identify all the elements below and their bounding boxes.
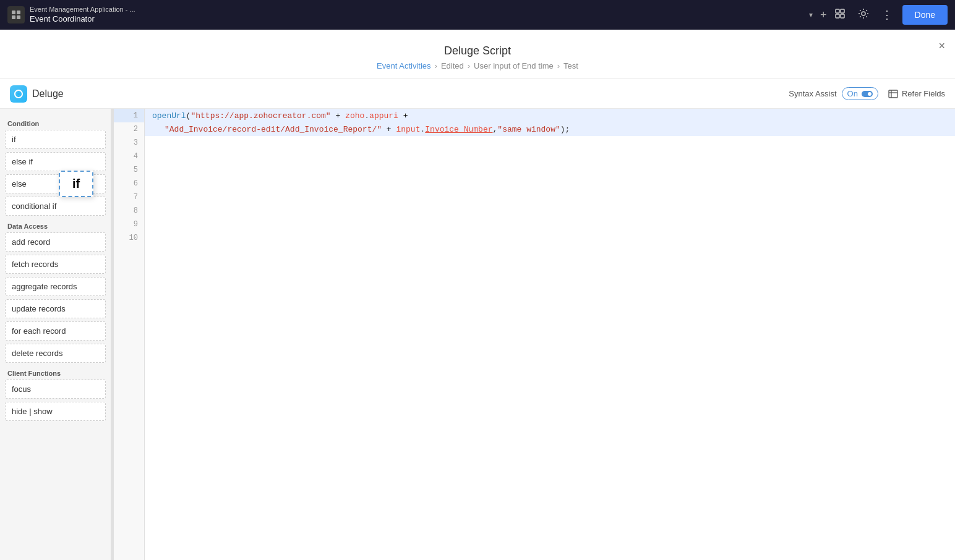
- topbar-actions: ⋮ Done: [832, 5, 948, 25]
- more-options-icon[interactable]: ⋮: [879, 6, 895, 24]
- line-number-10: 10: [114, 231, 144, 245]
- line-number-6: 6: [114, 177, 144, 190]
- toggle-on-label: On: [847, 89, 858, 98]
- svg-rect-6: [836, 14, 839, 18]
- line-number-4: 4: [114, 150, 144, 163]
- code-line-7: [145, 190, 955, 204]
- line-number-5: 5: [114, 163, 144, 177]
- code-line-3: [145, 136, 955, 150]
- syntax-assist-label: Syntax Assist: [789, 89, 836, 98]
- sidebar: Condition if else if else conditional if…: [0, 109, 111, 560]
- app-dropdown-chevron[interactable]: ▾: [809, 11, 813, 19]
- svg-rect-5: [841, 9, 844, 13]
- close-button[interactable]: ×: [938, 40, 945, 53]
- line-number-3: 3: [114, 136, 144, 150]
- sidebar-item-else[interactable]: else: [5, 174, 106, 193]
- page-header: Deluge Script Event Activities › Edited …: [0, 30, 955, 79]
- svg-rect-1: [17, 11, 20, 14]
- deluge-label: Deluge: [32, 88, 64, 100]
- sidebar-item-focus[interactable]: focus: [5, 380, 106, 399]
- sidebar-item-delete-records[interactable]: delete records: [5, 344, 106, 363]
- sidebar-item-conditional-if[interactable]: conditional if: [5, 197, 106, 216]
- svg-rect-0: [12, 11, 15, 14]
- sidebar-item-if[interactable]: if: [5, 130, 106, 149]
- code-line-1: openUrl("https://app.zohocreator.com" + …: [145, 109, 955, 122]
- breadcrumb-end-time: User input of End time: [474, 61, 554, 70]
- deluge-toolbar: Deluge Syntax Assist On Refer Fields: [0, 79, 955, 109]
- code-editor[interactable]: openUrl("https://app.zohocreator.com" + …: [145, 109, 955, 560]
- client-functions-section-title: Client Functions: [5, 366, 106, 380]
- code-line-2: "Add_Invoice/record-edit/Add_Invoice_Rep…: [145, 122, 955, 136]
- grid-view-icon[interactable]: [832, 6, 848, 25]
- code-line-6: [145, 177, 955, 190]
- svg-rect-2: [12, 15, 15, 19]
- condition-section-title: Condition: [5, 116, 106, 130]
- svg-rect-4: [836, 9, 839, 13]
- topbar: Event Management Application - ... Event…: [0, 0, 955, 30]
- code-token-openurl: openUrl: [152, 111, 186, 121]
- code-line-5: [145, 163, 955, 177]
- sidebar-item-for-each-record[interactable]: for each record: [5, 321, 106, 341]
- code-line-8: [145, 204, 955, 218]
- deluge-logo-icon: [10, 85, 27, 103]
- breadcrumb-link-event-activities[interactable]: Event Activities: [377, 61, 430, 70]
- svg-point-8: [862, 12, 865, 15]
- data-access-section-title: Data Access: [5, 219, 106, 232]
- line-number-2: 2: [114, 122, 144, 136]
- add-tab-button[interactable]: +: [820, 9, 827, 22]
- sidebar-item-update-records[interactable]: update records: [5, 299, 106, 318]
- code-line-4: [145, 150, 955, 163]
- sidebar-item-hide-show[interactable]: hide | show: [5, 402, 106, 421]
- breadcrumb: Event Activities › Edited › User input o…: [0, 61, 955, 70]
- content-area: Condition if else if else conditional if…: [0, 109, 955, 560]
- deluge-logo: Deluge: [10, 85, 64, 103]
- sidebar-item-fetch-records[interactable]: fetch records: [5, 255, 106, 274]
- syntax-assist-container: Syntax Assist On: [789, 87, 878, 100]
- line-number-9: 9: [114, 218, 144, 231]
- svg-rect-3: [17, 15, 20, 19]
- app-title: Event Management Application - ... Event…: [30, 5, 804, 24]
- svg-point-9: [17, 93, 20, 95]
- code-line-9: [145, 218, 955, 231]
- refer-fields-label: Refer Fields: [902, 89, 945, 98]
- syntax-assist-toggle[interactable]: On: [842, 87, 878, 100]
- settings-icon[interactable]: [855, 6, 871, 25]
- sidebar-item-add-record[interactable]: add record: [5, 232, 106, 252]
- line-number-1: 1: [114, 109, 144, 122]
- sidebar-resizer[interactable]: [111, 109, 114, 560]
- breadcrumb-test: Test: [563, 61, 578, 70]
- breadcrumb-edited: Edited: [441, 61, 464, 70]
- done-button[interactable]: Done: [902, 5, 948, 25]
- sidebar-item-aggregate-records[interactable]: aggregate records: [5, 277, 106, 296]
- line-number-7: 7: [114, 190, 144, 204]
- svg-rect-7: [841, 14, 844, 18]
- line-numbers-gutter: 1 2 3 4 5 6 7 8 9 10: [114, 109, 145, 560]
- app-icon: [7, 6, 25, 23]
- line-number-8: 8: [114, 204, 144, 218]
- refer-fields-button[interactable]: Refer Fields: [888, 89, 945, 99]
- page-title: Deluge Script: [0, 45, 955, 57]
- sidebar-item-else-if[interactable]: else if: [5, 152, 106, 171]
- svg-rect-10: [889, 90, 897, 98]
- toolbar-right: Syntax Assist On Refer Fields: [789, 87, 945, 100]
- code-line-10: [145, 231, 955, 245]
- toggle-switch[interactable]: [862, 91, 873, 97]
